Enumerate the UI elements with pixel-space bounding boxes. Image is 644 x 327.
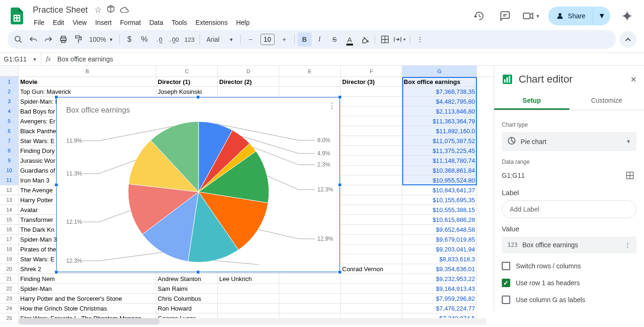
row1-headers-checkbox[interactable]: Use row 1 as headers bbox=[502, 279, 636, 287]
decrease-decimal-icon[interactable]: .0̲ bbox=[153, 32, 167, 46]
cell[interactable]: How the Grinch Stole Christmas bbox=[19, 304, 156, 313]
cell[interactable]: Director (2) bbox=[218, 77, 279, 87]
cell[interactable] bbox=[341, 284, 402, 294]
cell[interactable]: $7,476,224,77 bbox=[402, 304, 477, 313]
merge-button[interactable]: ▼ bbox=[393, 32, 407, 46]
font-size-input[interactable] bbox=[261, 34, 275, 45]
cell[interactable]: $10,955,524,80 bbox=[402, 175, 477, 185]
row-header[interactable]: 4 bbox=[0, 106, 19, 116]
cell[interactable]: Director (1) bbox=[156, 77, 218, 87]
bold-button[interactable]: B bbox=[298, 32, 312, 46]
tab-setup[interactable]: Setup bbox=[494, 91, 569, 110]
row-header[interactable]: 16 bbox=[0, 225, 19, 235]
menu-edit[interactable]: Edit bbox=[49, 17, 68, 28]
cell[interactable] bbox=[341, 87, 402, 97]
more-formats-icon[interactable]: 123 bbox=[183, 32, 197, 46]
row-header[interactable]: 20 bbox=[0, 264, 19, 274]
italic-button[interactable]: I bbox=[313, 32, 327, 46]
row-header[interactable]: 14 bbox=[0, 205, 19, 215]
comment-icon[interactable] bbox=[496, 7, 514, 25]
close-icon[interactable]: ✕ bbox=[630, 75, 636, 84]
value-select[interactable]: 123 Box office earnings ⋮ bbox=[502, 236, 636, 253]
menu-view[interactable]: View bbox=[69, 17, 91, 28]
cell[interactable]: Ron Howard bbox=[156, 304, 218, 313]
undo-icon[interactable] bbox=[26, 32, 40, 46]
row-header[interactable]: 6 bbox=[0, 126, 19, 136]
row-header[interactable]: 9 bbox=[0, 156, 19, 166]
col-header-C[interactable]: C bbox=[156, 66, 218, 76]
row-header[interactable]: 11 bbox=[0, 175, 19, 185]
cell[interactable]: Sam Raimi bbox=[156, 284, 218, 294]
data-range-value[interactable]: G1:G11 bbox=[502, 172, 525, 179]
row-header[interactable]: 5 bbox=[0, 116, 19, 126]
cell[interactable] bbox=[341, 205, 402, 215]
row-header[interactable]: 8 bbox=[0, 146, 19, 156]
cell[interactable] bbox=[341, 166, 402, 175]
increase-decimal-icon[interactable]: .0̲0 bbox=[168, 32, 182, 46]
cell[interactable]: Spider-Man bbox=[19, 284, 156, 294]
menu-tools[interactable]: Tools bbox=[168, 17, 191, 28]
row-header[interactable]: 21 bbox=[0, 274, 19, 284]
cell[interactable]: $11,148,780,74 bbox=[402, 156, 477, 166]
cell[interactable]: $10,555,388,15 bbox=[402, 205, 477, 215]
cell[interactable]: $4,482,795,80 bbox=[402, 97, 477, 106]
cell[interactable]: Movie bbox=[19, 77, 156, 87]
star-icon[interactable]: ☆ bbox=[94, 5, 102, 15]
cell[interactable] bbox=[341, 304, 402, 313]
collapse-toolbar-icon[interactable] bbox=[620, 31, 636, 48]
cell[interactable] bbox=[218, 87, 279, 97]
borders-button[interactable] bbox=[378, 32, 392, 46]
paint-format-icon[interactable] bbox=[71, 32, 85, 46]
cell[interactable]: Box office earnings bbox=[402, 77, 477, 87]
redo-icon[interactable] bbox=[41, 32, 55, 46]
cell[interactable] bbox=[341, 185, 402, 195]
cell[interactable]: $9,203,041,94 bbox=[402, 244, 477, 254]
value-more-icon[interactable]: ⋮ bbox=[624, 241, 631, 249]
row-header[interactable]: 24 bbox=[0, 304, 19, 313]
cell[interactable]: $9,232,953,22 bbox=[402, 274, 477, 284]
row-header[interactable]: 2 bbox=[0, 87, 19, 97]
zoom-select[interactable]: 100%▼ bbox=[86, 36, 116, 43]
cell[interactable] bbox=[341, 116, 402, 126]
cell[interactable]: $7,959,296,82 bbox=[402, 294, 477, 304]
cell[interactable] bbox=[341, 106, 402, 116]
horizontal-scrollbar[interactable] bbox=[19, 318, 486, 325]
cell[interactable] bbox=[279, 304, 341, 313]
row-header[interactable]: 1 bbox=[0, 77, 19, 87]
row-header[interactable]: 15 bbox=[0, 215, 19, 225]
cell[interactable]: Top Gun: Maverick bbox=[19, 87, 156, 97]
menu-help[interactable]: Help bbox=[232, 17, 253, 28]
menu-extensions[interactable]: Extensions bbox=[192, 17, 231, 28]
cell[interactable] bbox=[279, 274, 341, 284]
cell[interactable] bbox=[279, 87, 341, 97]
sheets-logo[interactable] bbox=[8, 7, 26, 25]
cell[interactable]: $9,679,019,85 bbox=[402, 235, 477, 244]
percent-icon[interactable]: % bbox=[138, 32, 152, 46]
cell[interactable]: $10,843,641,37 bbox=[402, 185, 477, 195]
cell[interactable]: $9,354,636,01 bbox=[402, 264, 477, 274]
meet-icon[interactable]: ▼ bbox=[522, 7, 541, 25]
col-header-F[interactable]: F bbox=[341, 66, 402, 76]
tab-customize[interactable]: Customize bbox=[569, 91, 644, 110]
row-header[interactable]: 19 bbox=[0, 254, 19, 264]
cell[interactable]: Conrad Vernon bbox=[341, 264, 402, 274]
cell[interactable]: Lee Unkrich bbox=[218, 274, 279, 284]
cell[interactable] bbox=[341, 156, 402, 166]
chart-menu-icon[interactable]: ⋮ bbox=[328, 101, 336, 110]
cell[interactable] bbox=[341, 136, 402, 146]
doc-title[interactable]: Practice Sheet bbox=[30, 4, 91, 16]
row-header[interactable]: 12 bbox=[0, 185, 19, 195]
cell[interactable]: $9,652,648,58 bbox=[402, 225, 477, 235]
cell[interactable] bbox=[218, 294, 279, 304]
cell[interactable]: Finding Nem bbox=[19, 274, 156, 284]
cell[interactable] bbox=[279, 294, 341, 304]
cell[interactable]: $11,363,364,79 bbox=[402, 116, 477, 126]
cell[interactable]: Chris Columbus bbox=[156, 294, 218, 304]
cell[interactable]: Andrew Stanton bbox=[156, 274, 218, 284]
cell[interactable] bbox=[341, 294, 402, 304]
menu-file[interactable]: File bbox=[30, 17, 48, 28]
cell[interactable] bbox=[341, 254, 402, 264]
col-header-E[interactable]: E bbox=[279, 66, 341, 76]
formula-input[interactable]: Box office earnings bbox=[55, 55, 644, 63]
cell[interactable]: Director (3) bbox=[341, 77, 402, 87]
